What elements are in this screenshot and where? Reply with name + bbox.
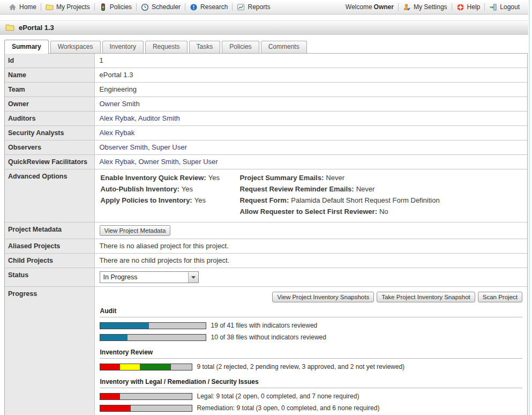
- advanced-option: Request Review Reminder Emails:Never: [240, 185, 440, 194]
- nav-my-projects[interactable]: My Projects: [41, 3, 94, 11]
- row-label-auditors: Auditors: [5, 112, 94, 126]
- bar-label: 10 of 38 files without indicators review…: [211, 333, 326, 342]
- summary-panel: Id 1 Name ePortal 1.3 Team Engineering O…: [4, 53, 528, 415]
- nav-logout-label: Logout: [500, 3, 520, 11]
- tab-policies[interactable]: Policies: [222, 41, 259, 53]
- tab-summary[interactable]: Summary: [4, 40, 49, 54]
- take-inventory-snapshot-button[interactable]: Take Project Inventory Snapshot: [377, 292, 475, 302]
- nav-policies-label: Policies: [110, 3, 132, 11]
- table-row: Status In Progress: [5, 268, 527, 287]
- tab-tasks[interactable]: Tasks: [189, 41, 221, 53]
- auditors-links: Alex Rybak, Auditor Smith: [94, 112, 527, 126]
- nav-my-projects-label: My Projects: [56, 3, 90, 11]
- table-row: Child Projects There are no child projec…: [5, 254, 527, 268]
- welcome-text: WelcomeOwner: [341, 3, 398, 11]
- inventory-review-bar: [100, 364, 192, 370]
- clock-icon: [141, 3, 149, 11]
- row-label-progress: Progress: [5, 287, 94, 415]
- nav-research[interactable]: Research: [185, 3, 232, 11]
- row-label-team: Team: [5, 83, 94, 97]
- advanced-option: Allow Requester to Select First Reviewer…: [240, 208, 440, 216]
- row-label-child-projects: Child Projects: [5, 254, 94, 268]
- tab-comments[interactable]: Comments: [261, 41, 307, 53]
- welcome-prefix: Welcome: [346, 3, 372, 11]
- table-row: Name ePortal 1.3: [5, 68, 527, 83]
- table-row: Progress View Project Inventory Snapshot…: [5, 287, 527, 415]
- view-project-metadata-button[interactable]: View Project Metadata: [100, 225, 171, 236]
- row-label-security-analysts: Security Analysts: [5, 126, 94, 140]
- user-link[interactable]: Super User: [152, 143, 187, 151]
- tab-workspaces[interactable]: Workspaces: [50, 41, 101, 53]
- bar-fill: [100, 323, 149, 329]
- status-cell: In Progress: [94, 268, 527, 287]
- child-projects-value: There are no child projects for this pro…: [94, 254, 527, 268]
- table-row: Observers Observer Smith, Super User: [5, 140, 527, 155]
- nav-reports[interactable]: Reports: [233, 3, 274, 11]
- user-link[interactable]: Auditor Smith: [138, 114, 180, 122]
- advanced-options-right-column: Project Summary Emails:Never Request Rev…: [240, 174, 440, 216]
- aliased-projects-value: There is no aliased project for this pro…: [94, 239, 527, 254]
- quickreview-facilitators-links: Alex Rybak, Owner Smith, Super User: [94, 155, 527, 169]
- nav-scheduler-label: Scheduler: [152, 3, 181, 11]
- nav-home-label: Home: [19, 3, 36, 11]
- user-link[interactable]: Owner Smith: [100, 100, 140, 108]
- scan-project-button[interactable]: Scan Project: [478, 292, 522, 302]
- nav-scheduler[interactable]: Scheduler: [137, 3, 185, 11]
- progress-cell: View Project Inventory Snapshots Take Pr…: [94, 287, 527, 415]
- id-value: 1: [94, 54, 527, 68]
- nav-help[interactable]: Help: [452, 3, 485, 11]
- user-link[interactable]: Alex Rybak: [100, 114, 135, 122]
- owner-links: Owner Smith: [94, 97, 527, 112]
- bar-label: Remediation: 9 total (3 open, 0 complete…: [197, 404, 380, 412]
- legal-issues-row: Legal: 9 total (2 open, 0 completed, and…: [100, 392, 523, 401]
- status-select[interactable]: In Progress: [100, 271, 199, 283]
- folder-icon: [46, 3, 54, 11]
- segment-approved: [140, 364, 171, 370]
- advanced-option: Auto-Publish Inventory:Yes: [101, 185, 240, 194]
- nav-logout[interactable]: Logout: [485, 3, 524, 11]
- home-icon: [9, 3, 17, 11]
- advanced-options-left-column: Enable Inventory Quick Review:Yes Auto-P…: [101, 174, 240, 216]
- info-circle-icon: [190, 3, 198, 11]
- security-analysts-links: Alex Rybak: [94, 126, 527, 140]
- row-label-id: Id: [5, 54, 94, 68]
- nav-policies[interactable]: Policies: [95, 3, 136, 11]
- tab-inventory[interactable]: Inventory: [102, 41, 144, 53]
- tab-requests[interactable]: Requests: [145, 41, 188, 53]
- nav-right-group: WelcomeOwner My Settings Help Logout: [341, 3, 524, 11]
- remediation-issues-bar: [100, 405, 192, 412]
- user-link[interactable]: Alex Rybak: [100, 158, 135, 166]
- top-navigation: Home My Projects Policies Scheduler Rese…: [0, 0, 528, 14]
- bar-fill: [100, 405, 131, 411]
- table-row: Project Metadata View Project Metadata: [5, 223, 527, 239]
- nav-reports-label: Reports: [248, 3, 270, 11]
- row-label-name: Name: [5, 68, 94, 83]
- row-label-quickreview-facilitators: QuickReview Facilitators: [5, 155, 94, 169]
- summary-table: Id 1 Name ePortal 1.3 Team Engineering O…: [5, 54, 527, 415]
- audit-with-indicators-row: 19 of 41 files with indicators reviewed: [100, 321, 523, 330]
- bar-label: 19 of 41 files with indicators reviewed: [211, 321, 318, 330]
- inventory-review-row: 9 total (2 rejected, 2 pending review, 3…: [100, 362, 523, 371]
- bar-label: Legal: 9 total (2 open, 0 completed, and…: [197, 392, 359, 401]
- nav-my-settings-label: My Settings: [414, 3, 447, 11]
- user-link[interactable]: Super User: [183, 158, 218, 166]
- tab-bar: Summary Workspaces Inventory Requests Ta…: [4, 39, 532, 53]
- segment-pending-review: [120, 364, 140, 370]
- user-link[interactable]: Alex Rybak: [100, 129, 135, 137]
- table-row: Owner Owner Smith: [5, 97, 527, 112]
- user-link[interactable]: Observer Smith: [100, 143, 148, 151]
- view-inventory-snapshots-button[interactable]: View Project Inventory Snapshots: [272, 292, 374, 302]
- nav-home[interactable]: Home: [4, 3, 41, 11]
- bar-label: 9 total (2 rejected, 2 pending review, 3…: [197, 362, 405, 371]
- legal-issues-bar: [100, 393, 192, 400]
- nav-my-settings[interactable]: My Settings: [399, 3, 452, 11]
- table-row: Id 1: [5, 54, 527, 68]
- advanced-option: Enable Inventory Quick Review:Yes: [101, 174, 240, 182]
- project-metadata-cell: View Project Metadata: [94, 223, 527, 239]
- user-link[interactable]: Owner Smith: [138, 158, 178, 166]
- welcome-username: Owner: [374, 3, 394, 11]
- audit-without-indicators-row: 10 of 38 files without indicators review…: [100, 333, 523, 342]
- nav-help-label: Help: [467, 3, 481, 11]
- chart-icon: [237, 3, 245, 11]
- table-row: Team Engineering: [5, 83, 527, 97]
